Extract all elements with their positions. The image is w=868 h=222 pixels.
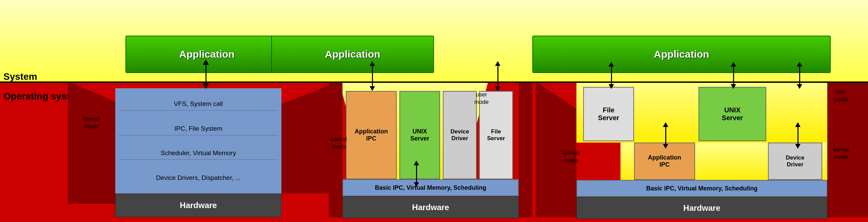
col2-user-mode-label: usermode	[468, 91, 495, 106]
arrowhead	[731, 62, 736, 67]
col3-kernel-mode-label: kernelmode	[556, 149, 587, 164]
system-label: System	[3, 71, 37, 82]
col2-kernel-mode-label: kernelmode	[326, 136, 353, 151]
col2-arrow-1	[370, 61, 375, 91]
arrowhead	[797, 62, 802, 67]
col1-kernel-content: VFS, System call IPC, File System Schedu…	[115, 88, 281, 193]
arrowhead2	[663, 144, 668, 149]
col2-arrow-2	[495, 61, 500, 91]
col1-arrow	[203, 59, 209, 89]
arrowhead	[370, 61, 375, 66]
arrowline	[372, 66, 373, 86]
col3-hardware: Hardware	[576, 197, 827, 219]
app-box-col3: Application	[532, 36, 831, 73]
col3-arrow-2	[731, 62, 736, 89]
arrowhead2	[731, 84, 736, 89]
col1-kernel-box: VFS, System call IPC, File System Schedu…	[115, 88, 281, 193]
col1-drivers: Device Drivers, Dispatcher, ...	[119, 171, 278, 184]
col2-basic-ipc: Basic IPC, Virtual Memory, Scheduling	[342, 179, 519, 196]
arrowhead	[609, 62, 614, 67]
arrowline	[733, 67, 734, 84]
col3-basic-ipc: Basic IPC, Virtual Memory, Scheduling	[576, 180, 827, 197]
col1-ipc: IPC, File System	[119, 122, 278, 135]
col2-hardware: Hardware	[342, 196, 519, 218]
arrowline	[665, 127, 666, 144]
arrowhead2	[495, 86, 500, 91]
arrow-head-down	[203, 84, 209, 89]
col3-file-server: File Server	[583, 87, 634, 141]
col3-arrow-3	[797, 62, 802, 89]
col3-user-mode-bottom-label: kernelmode	[827, 146, 854, 161]
arrowhead2	[414, 182, 419, 187]
col1-hardware: Hardware	[115, 193, 281, 217]
arrowhead	[663, 122, 668, 127]
arrowhead2	[795, 144, 801, 149]
col3-arrow-driver	[795, 122, 801, 149]
arrowhead2	[797, 84, 802, 89]
arrowline	[416, 165, 417, 182]
arrowhead	[495, 61, 500, 66]
col1-vfs: VFS, System call	[119, 97, 278, 111]
col2-unix-server: UNIX Server	[399, 91, 440, 179]
arrowline	[611, 67, 612, 84]
arrowhead	[795, 122, 801, 127]
arrow-line	[205, 65, 206, 84]
arrowline	[797, 127, 798, 144]
arrow-head-up	[203, 59, 209, 65]
col1-scheduler: Scheduler, Virtual Memory	[119, 147, 278, 160]
arrowhead2	[609, 84, 614, 89]
app-box-col2: Application	[271, 36, 434, 73]
col2-arrow-3	[414, 161, 419, 187]
col2-red-right	[519, 81, 532, 217]
arrowline	[497, 66, 498, 86]
col3-arrow-ipc	[663, 122, 668, 149]
diagram: Monolithic Kernelbased Operating System …	[0, 0, 868, 222]
col3-arrow-1	[609, 62, 614, 89]
col3-user-mode-top-label: usermode	[827, 88, 854, 103]
divider-line	[0, 81, 868, 83]
col1-kernel-mode-label: kernelmode	[70, 115, 114, 130]
arrowhead2	[370, 86, 375, 91]
arrowline	[799, 67, 800, 84]
arrowhead	[414, 161, 419, 165]
col3-unix-server: UNIX Server	[698, 87, 766, 141]
col2-app-ipc: Application IPC	[346, 91, 397, 179]
